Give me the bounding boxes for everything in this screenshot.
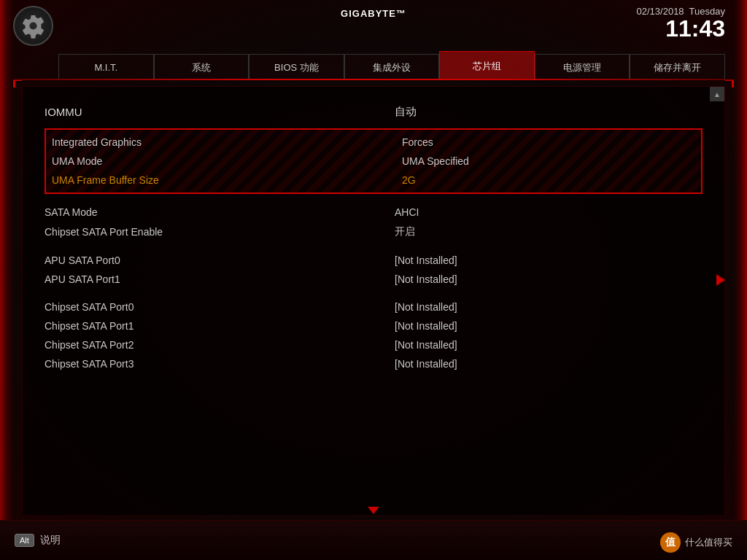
header: GIGABYTE™ 02/13/2018 Tuesday 11:43 M.I.T… (0, 0, 747, 80)
chipset-sata-port0-row: Chipset SATA Port0 [Not Installed] (44, 298, 703, 316)
logo-text: GIGABYTE (341, 8, 396, 19)
uma-mode-row: UMA Mode UMA Specified (52, 152, 695, 171)
alt-key-label: Alt (15, 534, 34, 547)
chipset-sata-port3-value: [Not Installed] (395, 358, 457, 370)
uma-frame-label: UMA Frame Buffer Size (52, 174, 402, 186)
tab-bios[interactable]: BIOS 功能 (249, 54, 344, 80)
bottom-scroll-arrow (368, 507, 379, 514)
chipset-sata-row: Chipset SATA Port Enable 开启 (44, 222, 703, 242)
time-value: 11:43 (637, 17, 725, 40)
watermark-text: 什么值得买 (685, 536, 732, 549)
watermark-icon: 值 (660, 532, 681, 553)
chipset-sata-port2-label: Chipset SATA Port2 (44, 339, 395, 351)
chipset-sata-port1-row: Chipset SATA Port1 [Not Installed] (44, 316, 703, 335)
chipset-sata-port1-label: Chipset SATA Port1 (44, 320, 395, 332)
selection-box[interactable]: Integrated Graphics Forces UMA Mode UMA … (44, 128, 703, 194)
datetime-display: 02/13/2018 Tuesday 11:43 (637, 6, 725, 40)
chipset-sata-port1-value: [Not Installed] (395, 320, 457, 332)
apu-sata-port1-label: APU SATA Port1 (44, 273, 395, 285)
gear-svg (20, 13, 46, 39)
red-left-decoration (0, 0, 13, 560)
logo-tm: ™ (396, 8, 406, 19)
red-right-decoration (734, 0, 747, 560)
settings-table: IOMMU 自动 Integrated Graphics Forces UMA … (23, 87, 724, 388)
watermark: 值 什么值得买 (660, 532, 732, 553)
integrated-graphics-value: Forces (402, 136, 433, 148)
main-content: ▲ IOMMU 自动 Integrated Graphics Forces UM… (22, 86, 725, 516)
iommu-value: 自动 (395, 105, 417, 119)
apu-sata-port1-value: [Not Installed] (395, 273, 457, 285)
iommu-label: IOMMU (44, 106, 395, 118)
apu-sata-port1-row: APU SATA Port1 [Not Installed] (44, 270, 703, 289)
nav-separator (13, 79, 734, 80)
integrated-graphics-row: Integrated Graphics Forces (52, 133, 695, 152)
brand-logo: GIGABYTE™ (341, 6, 406, 29)
bottom-description: 说明 (40, 534, 61, 547)
right-side-arrow (716, 274, 725, 286)
uma-mode-label: UMA Mode (52, 155, 402, 167)
chipset-sata-value: 开启 (395, 225, 415, 238)
sata-mode-value: AHCI (395, 206, 419, 218)
chipset-sata-label: Chipset SATA Port Enable (44, 226, 395, 238)
nav-tabs: M.I.T. 系统 BIOS 功能 集成外设 芯片组 电源管理 储存并离开 (58, 51, 725, 80)
apu-sata-port0-value: [Not Installed] (395, 254, 457, 266)
tab-chipset[interactable]: 芯片组 (439, 51, 535, 80)
bottom-bar: Alt 说明 值 什么值得买 (0, 520, 747, 560)
chipset-sata-port3-label: Chipset SATA Port3 (44, 358, 395, 370)
sata-mode-row: SATA Mode AHCI (44, 203, 703, 222)
chipset-sata-port2-row: Chipset SATA Port2 [Not Installed] (44, 335, 703, 354)
tab-mit[interactable]: M.I.T. (58, 54, 154, 80)
scroll-arrow-top: ▲ (710, 87, 724, 101)
uma-mode-value: UMA Specified (402, 155, 469, 167)
chipset-sata-port2-value: [Not Installed] (395, 339, 457, 351)
tab-system[interactable]: 系统 (154, 54, 249, 80)
uma-frame-row[interactable]: UMA Frame Buffer Size 2G (52, 171, 695, 190)
tab-save-exit[interactable]: 储存并离开 (630, 54, 725, 80)
tab-power[interactable]: 电源管理 (535, 54, 630, 80)
chipset-sata-port0-label: Chipset SATA Port0 (44, 301, 395, 313)
apu-sata-port0-label: APU SATA Port0 (44, 254, 395, 266)
uma-frame-value: 2G (402, 174, 416, 186)
chipset-sata-port0-value: [Not Installed] (395, 301, 457, 313)
integrated-graphics-label: Integrated Graphics (52, 136, 402, 148)
tab-integrated[interactable]: 集成外设 (344, 54, 440, 80)
iommu-row: IOMMU 自动 (44, 101, 703, 122)
apu-sata-port0-row: APU SATA Port0 [Not Installed] (44, 251, 703, 270)
gear-icon[interactable] (13, 6, 53, 46)
chipset-sata-port3-row: Chipset SATA Port3 [Not Installed] (44, 354, 703, 373)
sata-mode-label: SATA Mode (44, 206, 395, 218)
